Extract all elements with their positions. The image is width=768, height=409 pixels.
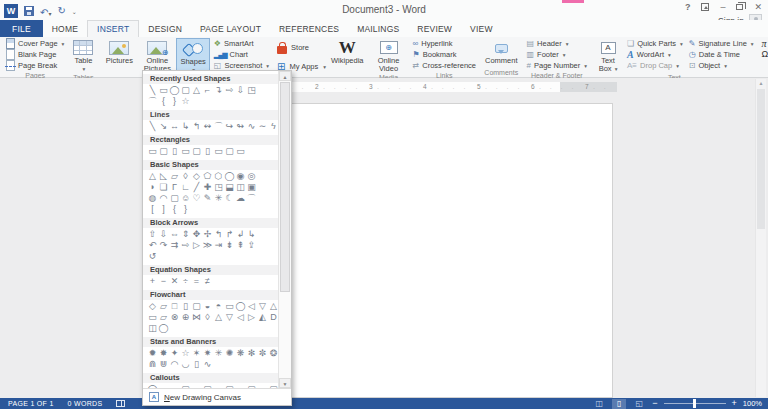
shape-icon[interactable]: } — [169, 96, 180, 107]
shape-icon[interactable]: ◒ — [202, 301, 213, 312]
shape-icon[interactable]: ❋ — [235, 348, 246, 359]
shape-icon[interactable]: ✻ — [246, 348, 257, 359]
shape-icon[interactable]: ▽ — [257, 301, 268, 312]
shape-icon[interactable]: ▣ — [246, 182, 257, 193]
shape-icon[interactable]: ▭ — [213, 146, 224, 157]
chart-button[interactable]: ▂▄▆Chart — [212, 49, 271, 60]
pictures-button[interactable]: Pictures — [100, 38, 138, 74]
shape-icon[interactable]: ✺ — [224, 348, 235, 359]
help-icon[interactable]: ? — [685, 2, 691, 12]
proofing-icon[interactable] — [116, 400, 125, 407]
shape-icon[interactable]: ◇ — [191, 171, 202, 182]
shape-icon[interactable]: ⌐ — [202, 85, 213, 96]
shape-icon[interactable]: ╲ — [147, 85, 158, 96]
page-count[interactable]: PAGE 1 OF 1 — [8, 400, 54, 407]
tab-references[interactable]: REFERENCES — [270, 20, 348, 37]
shape-icon[interactable]: △ — [147, 171, 158, 182]
shape-icon[interactable]: ▯ — [180, 301, 191, 312]
shape-icon[interactable]: ◗ — [147, 182, 158, 193]
shape-icon[interactable]: ▭ — [147, 312, 158, 323]
scroll-down-icon[interactable]: ▼ — [279, 378, 291, 388]
shape-icon[interactable]: ⬠ — [202, 171, 213, 182]
shape-icon[interactable]: ⇩ — [235, 85, 246, 96]
shape-icon[interactable]: ↷ — [158, 240, 169, 251]
store-button[interactable]: Store — [275, 38, 328, 57]
zoom-out-button[interactable]: − — [652, 399, 657, 408]
shape-icon[interactable]: ⊗ — [169, 312, 180, 323]
shape-icon[interactable]: ◊ — [180, 171, 191, 182]
date-time-button[interactable]: ◷Date & Time — [687, 49, 756, 60]
shape-icon[interactable]: ▢ — [180, 85, 191, 96]
zoom-slider[interactable] — [664, 403, 726, 404]
shape-icon[interactable]: = — [191, 276, 202, 287]
shape-icon[interactable]: ◯ — [169, 85, 180, 96]
shape-icon[interactable]: ⇨ — [224, 85, 235, 96]
shape-icon[interactable]: ✥ — [191, 229, 202, 240]
shape-icon[interactable]: ϟ — [268, 121, 278, 132]
shape-icon[interactable]: ◊ — [202, 312, 213, 323]
header-button[interactable]: ▤Header▾ — [525, 38, 590, 49]
shape-icon[interactable]: ▭ — [224, 301, 235, 312]
tab-mailings[interactable]: MAILINGS — [348, 20, 408, 37]
shape-icon[interactable]: ◳ — [213, 182, 224, 193]
shape-icon[interactable]: ▷ — [246, 312, 257, 323]
shape-icon[interactable]: ↳ — [180, 121, 191, 132]
shape-icon[interactable]: ◉ — [235, 171, 246, 182]
shape-icon[interactable]: ✦ — [169, 348, 180, 359]
shape-icon[interactable]: ⬓ — [224, 182, 235, 193]
shape-icon[interactable]: ↬ — [235, 121, 246, 132]
hyperlink-button[interactable]: ∞Hyperlink — [411, 38, 478, 49]
shape-icon[interactable]: ☁ — [235, 193, 246, 204]
shape-icon[interactable]: ∟ — [180, 182, 191, 193]
shape-icon[interactable]: ▭ — [158, 85, 169, 96]
shape-icon[interactable]: } — [180, 204, 191, 215]
smartart-button[interactable]: ❖SmartArt — [212, 38, 271, 49]
shape-icon[interactable]: ✷ — [202, 348, 213, 359]
signature-line-button[interactable]: ✎Signature Line▾ — [687, 38, 756, 49]
shape-icon[interactable]: ☺ — [180, 193, 191, 204]
shape-icon[interactable]: [ — [147, 204, 158, 215]
close-icon[interactable]: ✕ — [754, 2, 762, 12]
shape-icon[interactable]: △ — [191, 85, 202, 96]
shape-icon[interactable]: ⇩ — [158, 229, 169, 240]
shape-icon[interactable]: □ — [169, 301, 180, 312]
quick-parts-button[interactable]: ❏Quick Parts▾ — [625, 38, 685, 49]
shape-icon[interactable]: ▭ — [147, 146, 158, 157]
shape-icon[interactable]: ✶ — [191, 348, 202, 359]
shape-icon[interactable]: ◺ — [158, 171, 169, 182]
shape-icon[interactable]: ▱ — [158, 312, 169, 323]
online-pictures-button[interactable]: Online Pictures — [138, 38, 176, 74]
tab-view[interactable]: VIEW — [461, 20, 502, 37]
shape-icon[interactable]: ▷ — [191, 240, 202, 251]
tab-file[interactable]: FILE — [0, 20, 43, 37]
tab-page-layout[interactable]: PAGE LAYOUT — [191, 20, 270, 37]
shape-icon[interactable]: ◳ — [246, 85, 257, 96]
shape-icon[interactable]: ⋒ — [147, 359, 158, 370]
shape-icon[interactable]: ❂ — [268, 348, 278, 359]
shape-icon[interactable]: ✹ — [147, 348, 158, 359]
shape-icon[interactable]: ◁ — [246, 301, 257, 312]
shape-icon[interactable]: ↰ — [213, 229, 224, 240]
shape-icon[interactable]: ◫ — [235, 182, 246, 193]
shape-icon[interactable]: ∿ — [202, 359, 213, 370]
shape-icon[interactable]: ↪ — [224, 121, 235, 132]
shape-icon[interactable]: ▯ — [202, 146, 213, 157]
footer-button[interactable]: ▥Footer▾ — [525, 49, 590, 60]
scrollbar-thumb[interactable] — [280, 82, 290, 292]
shape-icon[interactable]: ⇪ — [246, 240, 257, 251]
shape-icon[interactable]: ↱ — [224, 229, 235, 240]
zoom-in-button[interactable]: + — [732, 399, 737, 408]
zoom-slider-thumb[interactable] — [693, 399, 696, 408]
shape-icon[interactable]: ≫ — [202, 240, 213, 251]
shape-icon[interactable]: ◯ — [158, 323, 169, 334]
online-video-button[interactable]: ⊕ Online Video — [371, 38, 407, 73]
shape-icon[interactable]: ∼ — [257, 121, 268, 132]
shape-icon[interactable]: ∿ — [246, 121, 257, 132]
shape-icon[interactable]: ◫ — [147, 323, 158, 334]
shape-icon[interactable]: ▢ — [158, 146, 169, 157]
shape-icon[interactable]: ▢ — [191, 301, 202, 312]
table-button[interactable]: Table ▾ — [70, 38, 96, 73]
minimize-icon[interactable]: – — [720, 2, 725, 12]
shape-icon[interactable]: ⋓ — [158, 359, 169, 370]
shape-icon[interactable]: + — [147, 276, 158, 287]
